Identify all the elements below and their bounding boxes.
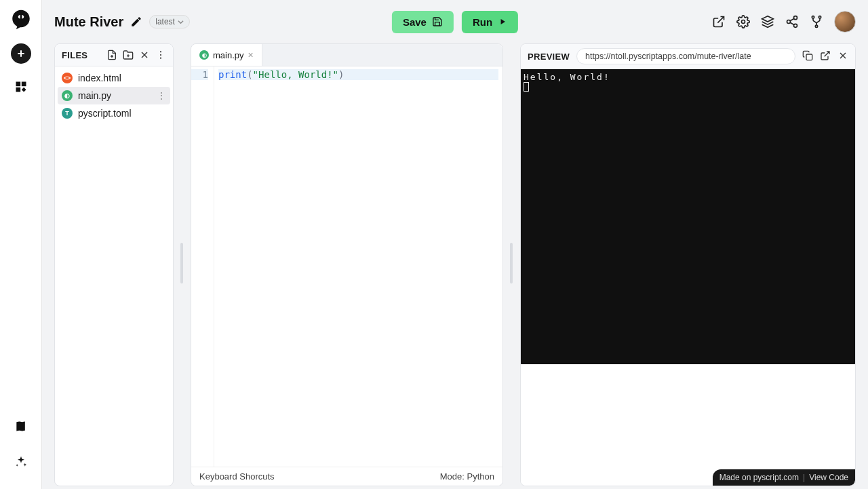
settings-icon[interactable] [736,15,750,28]
project-title: Mute River [54,14,123,30]
file-name: pyscript.toml [78,108,132,119]
splitter-files-editor[interactable] [180,43,184,486]
topbar: Mute River latest Save Run [42,0,868,43]
code-token: "Hello, World!" [253,69,338,80]
preview-terminal: Hello, World! [521,69,855,364]
logo-icon[interactable] [9,8,33,31]
save-icon [432,16,443,27]
chevron-down-icon [178,19,184,25]
editor-tab-main-py[interactable]: ◐ main.py × [191,44,262,66]
add-button[interactable] [11,43,31,64]
svg-point-4 [794,16,797,20]
layers-icon[interactable] [761,15,774,28]
dashboard-icon[interactable] [10,76,32,98]
python-file-icon: ◐ [199,50,209,60]
close-preview-icon[interactable] [837,50,848,63]
file-item-main-py[interactable]: ◐ main.py ⋮ [58,87,170,104]
editor-panel: ◐ main.py × 1 print("Hello, World!") Key… [191,43,503,486]
run-button-label: Run [473,16,492,28]
editor-mode-label: Mode: Python [440,471,494,482]
svg-point-12 [160,58,161,59]
made-on-link[interactable]: Made on pyscript.com [719,473,799,482]
preview-footer: Made on pyscript.com | View Code [713,469,855,486]
file-item-more-icon[interactable]: ⋮ [157,90,166,101]
user-avatar[interactable] [834,11,856,33]
svg-point-10 [160,51,161,52]
copy-url-icon[interactable] [802,50,813,63]
svg-rect-1 [21,82,26,87]
terminal-cursor [524,82,529,92]
new-folder-icon[interactable] [123,50,134,60]
preview-panel: PREVIEW https://ntoll.pyscriptapps.com/m… [520,43,856,486]
tab-close-icon[interactable]: × [248,50,254,60]
file-item-index-html[interactable]: <> index.html [55,69,173,87]
file-name: main.py [78,90,111,101]
svg-point-8 [818,16,821,18]
svg-rect-13 [806,54,812,60]
python-file-icon: ◐ [62,90,73,101]
open-external-icon[interactable] [712,15,726,28]
code-editor[interactable]: 1 print("Hello, World!") [191,66,502,467]
terminal-output: Hello, World! [524,72,852,82]
edit-title-icon[interactable] [130,16,142,28]
preview-title: PREVIEW [528,52,570,62]
run-button[interactable]: Run [462,11,518,33]
left-rail [0,0,42,489]
play-icon [498,17,507,26]
preview-url[interactable]: https://ntoll.pyscriptapps.com/mute-rive… [576,48,795,64]
fork-icon[interactable] [810,15,823,28]
sparkle-icon[interactable] [10,451,32,473]
files-panel-title: FILES [62,50,87,60]
svg-rect-2 [16,87,20,92]
docs-icon[interactable] [10,416,32,437]
code-token: ( [247,69,252,80]
tab-label: main.py [213,50,244,60]
open-preview-icon[interactable] [820,50,831,63]
main-area: Mute River latest Save Run [42,0,868,489]
share-icon[interactable] [785,15,799,28]
svg-rect-0 [16,82,20,87]
line-number: 1 [191,69,208,80]
toml-file-icon: T [62,108,73,119]
splitter-editor-preview[interactable] [510,43,513,486]
svg-point-3 [742,20,745,24]
code-token: ) [338,69,344,80]
save-button[interactable]: Save [392,11,454,33]
keyboard-shortcuts-link[interactable]: Keyboard Shorcuts [199,471,275,482]
more-icon[interactable] [155,50,166,60]
svg-point-9 [815,25,817,27]
svg-point-6 [794,24,797,27]
svg-point-5 [787,20,791,24]
html-file-icon: <> [62,73,73,83]
version-tag[interactable]: latest [149,15,190,28]
svg-point-7 [812,16,814,18]
view-code-link[interactable]: View Code [809,473,848,482]
new-file-icon[interactable] [106,50,117,60]
code-token: print [218,69,247,80]
file-name: index.html [78,73,121,83]
svg-point-11 [160,54,161,56]
version-tag-label: latest [155,17,175,26]
editor-tabs: ◐ main.py × [191,44,502,66]
files-panel: FILES <> index.html ◐ main. [54,43,174,486]
file-item-pyscript-toml[interactable]: T pyscript.toml [55,104,173,122]
close-icon[interactable] [139,50,150,60]
save-button-label: Save [403,16,427,28]
